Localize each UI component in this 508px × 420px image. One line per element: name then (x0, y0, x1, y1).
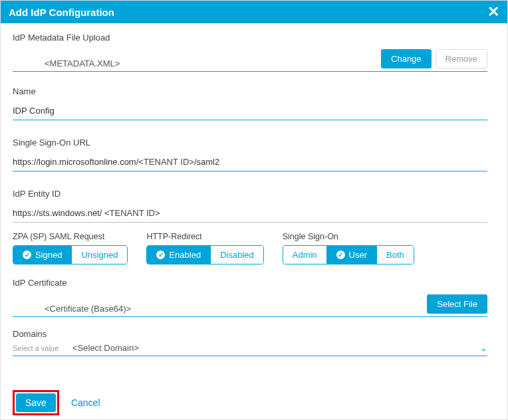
close-icon[interactable]: ✕ (487, 5, 499, 19)
http-enabled-label: Enabled (169, 250, 201, 260)
sso-url-tenant: <TENANT ID> (138, 157, 194, 167)
entity-id-prefix: https://sts.windows.net/ (13, 208, 104, 218)
saml-request-segment: ✓ Signed Unsigned (13, 245, 128, 264)
saml-request-group: ZPA (SP) SAML Request ✓ Signed Unsigned (13, 232, 128, 264)
sso-label: Single Sign-On (283, 232, 414, 241)
http-disabled-option[interactable]: Disabled (210, 246, 263, 264)
sso-url-label: Single Sign-On URL (13, 138, 487, 148)
sso-url-value: https://login.microsoftonline.com/<TENAN… (13, 154, 487, 168)
cancel-button[interactable]: Cancel (71, 397, 100, 408)
dialog-titlebar: Add IdP Configuration ✕ (1, 1, 507, 23)
check-icon: ✓ (156, 251, 165, 259)
domains-hint: Select a value (13, 344, 59, 352)
chevron-down-icon: ⌄ (480, 343, 487, 353)
dialog-footer: Save Cancel (1, 386, 507, 419)
entity-id-row[interactable]: https://sts.windows.net/ <TENANT ID> (13, 203, 487, 223)
http-enabled-option[interactable]: ✓ Enabled (147, 246, 210, 264)
metadata-row: <METADATA.XML> Change Remove (13, 47, 487, 72)
sso-group: Single Sign-On Admin ✓ User Both (283, 232, 414, 264)
check-icon: ✓ (23, 251, 31, 259)
change-button[interactable]: Change (381, 49, 432, 68)
sso-user-label: User (349, 250, 367, 260)
sso-admin-option[interactable]: Admin (283, 246, 326, 264)
remove-button[interactable]: Remove (436, 49, 487, 68)
domains-select[interactable]: <Select Domain> ⌄ (13, 343, 487, 356)
select-file-button[interactable]: Select File (427, 294, 487, 314)
entity-id-tenant: <TENANT ID> (104, 208, 160, 218)
name-label: Name (13, 86, 487, 96)
name-row (13, 100, 487, 120)
cert-label: IdP Certificate (13, 278, 487, 288)
entity-id-value: https://sts.windows.net/ <TENANT ID> (13, 205, 487, 219)
idp-config-dialog: Add IdP Configuration ✕ IdP Metadata Fil… (0, 0, 508, 420)
saml-unsigned-option[interactable]: Unsigned (71, 246, 127, 264)
http-redirect-segment: ✓ Enabled Disabled (146, 245, 263, 264)
metadata-filename: <METADATA.XML> (13, 58, 381, 68)
sso-user-option[interactable]: ✓ User (326, 246, 376, 264)
sso-both-option[interactable]: Both (376, 246, 414, 264)
http-redirect-label: HTTP-Redirect (146, 232, 263, 241)
metadata-label: IdP Metadata File Upload (13, 33, 487, 43)
check-icon: ✓ (336, 251, 345, 259)
save-button[interactable]: Save (16, 393, 56, 412)
cert-placeholder: <Certificate (Base64)> (13, 304, 427, 314)
entity-id-label: IdP Entity ID (13, 189, 487, 199)
saml-signed-label: Signed (35, 250, 62, 260)
name-input[interactable] (13, 103, 487, 117)
cert-row: <Certificate (Base64)> Select File (13, 292, 487, 317)
segmented-controls: ZPA (SP) SAML Request ✓ Signed Unsigned … (13, 232, 487, 264)
dialog-title: Add IdP Configuration (9, 7, 114, 18)
sso-url-row[interactable]: https://login.microsoftonline.com/<TENAN… (13, 152, 487, 171)
sso-url-suffix: /saml2 (194, 157, 219, 167)
dialog-body[interactable]: IdP Metadata File Upload <METADATA.XML> … (1, 23, 499, 386)
saml-signed-option[interactable]: ✓ Signed (13, 246, 71, 264)
domains-label: Domains (13, 329, 487, 339)
save-highlight: Save (13, 390, 59, 415)
saml-request-label: ZPA (SP) SAML Request (13, 232, 128, 241)
sso-segment: Admin ✓ User Both (283, 245, 414, 264)
sso-url-prefix: https://login.microsoftonline.com/ (13, 157, 138, 167)
http-redirect-group: HTTP-Redirect ✓ Enabled Disabled (146, 232, 263, 264)
